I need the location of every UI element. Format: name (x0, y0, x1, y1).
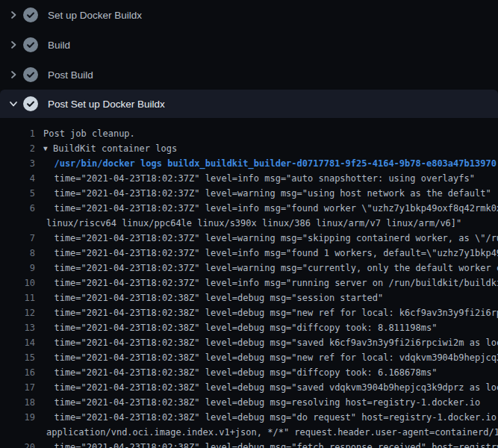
log-text: time="2021-04-23T18:02:37Z" level=info m… (35, 171, 475, 186)
log-row: 6 time="2021-04-23T18:02:37Z" level=info… (0, 201, 498, 216)
check-circle-icon (23, 37, 38, 52)
log-row: 17 time="2021-04-23T18:02:38Z" level=deb… (0, 380, 498, 395)
step-row-post-build[interactable]: Post Build (0, 60, 498, 90)
log-text: time="2021-04-23T18:02:38Z" level=debug … (35, 320, 437, 335)
log-text: time="2021-04-23T18:02:37Z" level=info m… (35, 246, 498, 261)
step-label: Build (48, 40, 70, 51)
log-text: time="2021-04-23T18:02:38Z" level=debug … (35, 350, 498, 365)
workflow-log-panel: Set up Docker BuildxBuildPost BuildPost … (0, 0, 498, 448)
line-number[interactable] (0, 216, 35, 231)
line-number[interactable]: 11 (0, 290, 35, 305)
log-command-text[interactable]: /usr/bin/docker logs buildx_buildkit_bui… (35, 156, 497, 171)
line-number[interactable]: 17 (0, 380, 35, 395)
line-number[interactable]: 3 (0, 156, 35, 171)
log-row: application/vnd.oci.image.index.v1+json,… (0, 425, 498, 440)
log-text: time="2021-04-23T18:02:37Z" level=info m… (35, 276, 498, 290)
chevron-right-icon[interactable] (8, 40, 19, 50)
log-row: linux/riscv64 linux/ppc64le linux/s390x … (0, 216, 498, 231)
log-row: 8 time="2021-04-23T18:02:37Z" level=info… (0, 246, 498, 261)
line-number[interactable]: 6 (0, 201, 35, 216)
log-text: time="2021-04-23T18:02:38Z" level=debug … (35, 305, 498, 320)
log-row: 16 time="2021-04-23T18:02:38Z" level=deb… (0, 365, 498, 380)
log-text: time="2021-04-23T18:02:38Z" level=debug … (35, 290, 383, 305)
log-text: Post job cleanup. (35, 126, 135, 141)
step-row-post-set-up-docker-buildx[interactable]: Post Set up Docker Buildx (0, 90, 498, 118)
line-number[interactable]: 12 (0, 305, 35, 320)
log-row: 11 time="2021-04-23T18:02:38Z" level=deb… (0, 290, 498, 305)
step-label: Set up Docker Buildx (48, 10, 142, 21)
step-row-build[interactable]: Build (0, 30, 498, 60)
check-circle-icon (23, 7, 38, 22)
log-row: 20 time="2021-04-23T18:02:38Z" level=deb… (0, 440, 498, 448)
step-row-set-up-docker-buildx[interactable]: Set up Docker Buildx (0, 0, 498, 30)
line-number[interactable]: 9 (0, 261, 35, 276)
line-number[interactable]: 8 (0, 246, 35, 261)
log-row: 9 time="2021-04-23T18:02:37Z" level=warn… (0, 261, 498, 276)
log-text: linux/riscv64 linux/ppc64le linux/s390x … (35, 216, 461, 231)
chevron-down-icon[interactable] (8, 99, 19, 109)
log-area: 1Post job cleanup.2▼ BuildKit container … (0, 118, 498, 448)
line-number[interactable]: 15 (0, 350, 35, 365)
step-label: Post Build (48, 69, 93, 81)
line-number[interactable]: 1 (0, 126, 35, 141)
log-text: time="2021-04-23T18:02:37Z" level=info m… (35, 201, 498, 216)
log-text: time="2021-04-23T18:02:38Z" level=debug … (35, 410, 498, 425)
log-text: ▼ BuildKit container logs (35, 141, 177, 156)
log-row: 19 time="2021-04-23T18:02:38Z" level=deb… (0, 410, 498, 425)
log-row: 15 time="2021-04-23T18:02:38Z" level=deb… (0, 350, 498, 365)
log-row: 12 time="2021-04-23T18:02:38Z" level=deb… (0, 305, 498, 320)
log-row: 4 time="2021-04-23T18:02:37Z" level=info… (0, 171, 498, 186)
line-number[interactable]: 13 (0, 320, 35, 335)
log-text: time="2021-04-23T18:02:38Z" level=debug … (35, 365, 437, 380)
line-number[interactable]: 19 (0, 410, 35, 425)
log-row: 7 time="2021-04-23T18:02:37Z" level=warn… (0, 231, 498, 246)
log-row: 3 /usr/bin/docker logs buildx_buildkit_b… (0, 156, 498, 171)
line-number[interactable]: 16 (0, 365, 35, 380)
step-label: Post Set up Docker Buildx (48, 99, 165, 110)
log-row: 5 time="2021-04-23T18:02:37Z" level=warn… (0, 186, 498, 201)
log-text: time="2021-04-23T18:02:37Z" level=warnin… (35, 261, 498, 276)
step-list: Set up Docker BuildxBuildPost BuildPost … (0, 0, 498, 118)
log-row: 13 time="2021-04-23T18:02:38Z" level=deb… (0, 320, 498, 335)
log-text: time="2021-04-23T18:02:37Z" level=warnin… (35, 231, 498, 246)
log-text: time="2021-04-23T18:02:38Z" level=debug … (35, 440, 498, 448)
log-text: application/vnd.oci.image.index.v1+json,… (35, 425, 498, 440)
check-circle-icon (23, 96, 38, 111)
log-text: time="2021-04-23T18:02:37Z" level=warnin… (35, 186, 491, 201)
log-text: time="2021-04-23T18:02:38Z" level=debug … (35, 395, 480, 410)
chevron-right-icon[interactable] (8, 69, 19, 80)
log-text: time="2021-04-23T18:02:38Z" level=debug … (35, 380, 498, 395)
log-text: time="2021-04-23T18:02:38Z" level=debug … (35, 335, 498, 350)
log-row: 2▼ BuildKit container logs (0, 141, 498, 156)
log-row: 18 time="2021-04-23T18:02:38Z" level=deb… (0, 395, 498, 410)
line-number[interactable]: 18 (0, 395, 35, 410)
log-row: 14 time="2021-04-23T18:02:38Z" level=deb… (0, 335, 498, 350)
line-number[interactable]: 10 (0, 276, 35, 290)
line-number[interactable]: 14 (0, 335, 35, 350)
chevron-right-icon[interactable] (8, 10, 19, 20)
line-number[interactable] (0, 425, 35, 440)
line-number[interactable]: 20 (0, 440, 35, 448)
check-circle-icon (23, 67, 38, 82)
line-number[interactable]: 4 (0, 171, 35, 186)
line-number[interactable]: 5 (0, 186, 35, 201)
line-number[interactable]: 2 (0, 141, 35, 156)
log-row: 1Post job cleanup. (0, 126, 498, 141)
log-group-label[interactable]: BuildKit container logs (48, 143, 177, 154)
log-row: 10 time="2021-04-23T18:02:37Z" level=inf… (0, 276, 498, 290)
line-number[interactable]: 7 (0, 231, 35, 246)
